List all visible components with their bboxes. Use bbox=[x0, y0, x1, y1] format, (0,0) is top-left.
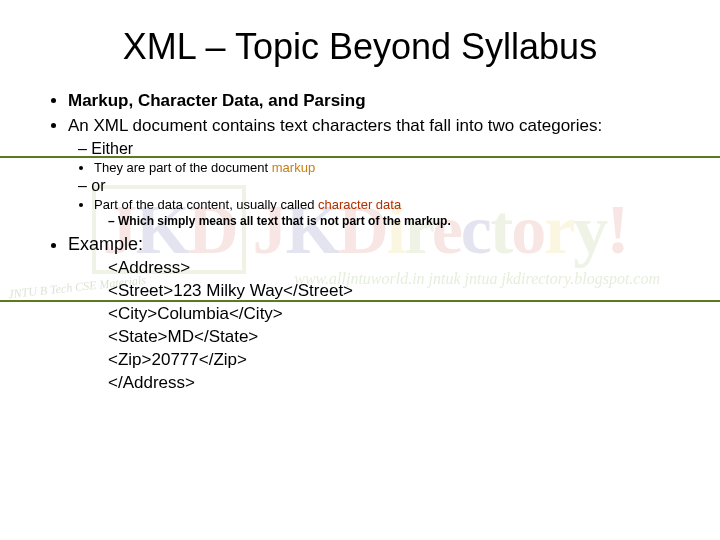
or-detail-line: Part of the data content, usually called… bbox=[94, 197, 672, 212]
markup-highlight: markup bbox=[272, 160, 315, 175]
slide-content: XML – Topic Beyond Syllabus Markup, Char… bbox=[0, 0, 720, 395]
chardata-highlight: character data bbox=[318, 197, 401, 212]
or-item: or bbox=[48, 177, 672, 195]
example-bullet: Example: bbox=[48, 234, 672, 255]
example-line-5: <Zip>20777</Zip> bbox=[108, 349, 672, 372]
or-subnote: Which simply means all text that is not … bbox=[48, 214, 672, 228]
either-detail: They are part of the document markup bbox=[48, 160, 672, 175]
either-detail-line: They are part of the document markup bbox=[94, 160, 672, 175]
either-detail-pre: They are part of the document bbox=[94, 160, 272, 175]
example-line-1: <Address> bbox=[108, 257, 672, 280]
or-subnote-text: Which simply means all text that is not … bbox=[108, 214, 672, 228]
example-line-3: <City>Columbia</City> bbox=[108, 303, 672, 326]
bullet-heading: Markup, Character Data, and Parsing bbox=[68, 90, 672, 113]
or-detail: Part of the data content, usually called… bbox=[48, 197, 672, 212]
example-label: Example: bbox=[68, 234, 672, 255]
or-detail-pre: Part of the data content, usually called bbox=[94, 197, 318, 212]
top-bullet-list: Markup, Character Data, and Parsing An X… bbox=[48, 90, 672, 138]
slide-title: XML – Topic Beyond Syllabus bbox=[48, 26, 672, 68]
either-label: Either bbox=[78, 140, 672, 158]
example-line-6: </Address> bbox=[108, 372, 672, 395]
or-label: or bbox=[78, 177, 672, 195]
example-code-block: <Address> <Street>123 Milky Way</Street>… bbox=[48, 257, 672, 395]
example-line-4: <State>MD</State> bbox=[108, 326, 672, 349]
example-line-2: <Street>123 Milky Way</Street> bbox=[108, 280, 672, 303]
bullet-intro: An XML document contains text characters… bbox=[68, 115, 672, 138]
either-item: Either bbox=[48, 140, 672, 158]
bullet-heading-text: Markup, Character Data, and Parsing bbox=[68, 91, 366, 110]
